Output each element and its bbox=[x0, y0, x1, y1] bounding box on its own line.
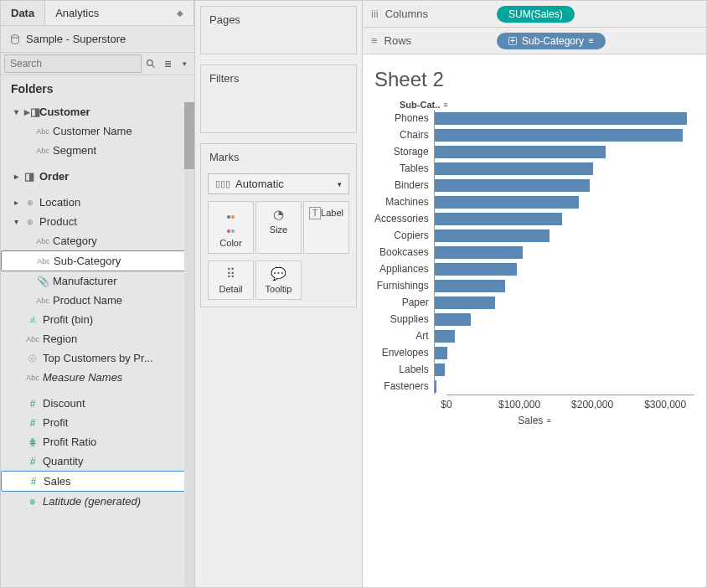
bar-row[interactable] bbox=[435, 260, 694, 277]
bar[interactable] bbox=[435, 297, 495, 309]
bar-row[interactable] bbox=[435, 344, 694, 361]
scrollbar[interactable] bbox=[184, 102, 194, 587]
field-profit-bin[interactable]: .ıl.Profit (bin) bbox=[1, 310, 194, 329]
bar-row[interactable] bbox=[435, 378, 694, 395]
y-tick-label: Storage bbox=[374, 143, 429, 160]
field-product[interactable]: ▾ ⊕ Product bbox=[1, 212, 194, 231]
field-quantity[interactable]: #Quantity bbox=[1, 451, 194, 471]
bar-row[interactable] bbox=[435, 193, 694, 210]
bar-row[interactable] bbox=[435, 244, 694, 260]
bar[interactable] bbox=[435, 330, 456, 343]
y-tick-label: Copiers bbox=[374, 227, 429, 244]
field-category[interactable]: AbcCategory bbox=[1, 231, 194, 250]
field-profit-ratio[interactable]: ⋕Profit Ratio bbox=[1, 432, 194, 451]
rows-shelf[interactable]: ≡ Rows + Sub-Category ≡ bbox=[363, 28, 706, 54]
x-tick-label: $300,000 bbox=[644, 399, 686, 410]
bar-row[interactable] bbox=[435, 328, 694, 344]
color-icon bbox=[210, 207, 251, 235]
field-top-customers[interactable]: ⦾Top Customers by Pr... bbox=[1, 348, 194, 368]
field-manufacturer[interactable]: 📎Manufacturer bbox=[1, 271, 194, 291]
field-latitude[interactable]: ⊕Latitude (generated) bbox=[1, 492, 194, 511]
field-segment[interactable]: AbcSegment bbox=[1, 141, 194, 160]
bar[interactable] bbox=[435, 129, 684, 142]
svg-line-2 bbox=[152, 64, 155, 67]
bar-row[interactable] bbox=[435, 227, 694, 244]
bar[interactable] bbox=[435, 280, 505, 292]
y-tick-label: Envelopes bbox=[374, 344, 429, 361]
field-sales[interactable]: #Sales bbox=[1, 471, 194, 492]
y-tick-label: Phones bbox=[374, 110, 429, 126]
bar[interactable] bbox=[435, 246, 523, 259]
bar-row[interactable] bbox=[435, 277, 694, 294]
marks-tooltip[interactable]: 💬Tooltip bbox=[255, 260, 302, 300]
marks-detail[interactable]: ⠿Detail bbox=[208, 260, 254, 300]
datasource-icon bbox=[9, 34, 21, 45]
y-tick-label: Chairs bbox=[374, 126, 429, 143]
pages-shelf[interactable]: Pages bbox=[200, 6, 357, 54]
y-tick-label: Art bbox=[374, 328, 429, 344]
bar[interactable] bbox=[435, 213, 562, 225]
x-axis-title[interactable]: Sales ≡ bbox=[374, 415, 694, 426]
filters-shelf[interactable]: Filters bbox=[200, 64, 357, 133]
field-measure-names[interactable]: AbcMeasure Names bbox=[1, 368, 194, 387]
bar[interactable] bbox=[435, 380, 437, 393]
marks-type-dropdown[interactable]: ▯▯▯ Automatic ▾ bbox=[208, 173, 349, 194]
search-icon[interactable] bbox=[145, 56, 158, 71]
bar-row[interactable] bbox=[435, 311, 694, 328]
rows-icon: ≡ bbox=[371, 34, 378, 47]
bar-row[interactable] bbox=[435, 126, 694, 143]
dropdown-icon[interactable]: ▼ bbox=[178, 56, 191, 71]
y-tick-label: Fasteners bbox=[374, 378, 429, 395]
y-tick-label: Appliances bbox=[374, 260, 429, 277]
field-customer-name[interactable]: AbcCustomer Name bbox=[1, 121, 194, 141]
bar[interactable] bbox=[435, 313, 471, 326]
search-input[interactable] bbox=[4, 54, 142, 73]
bar-row[interactable] bbox=[435, 210, 694, 227]
field-profit[interactable]: #Profit bbox=[1, 413, 194, 432]
bar[interactable] bbox=[435, 364, 445, 376]
tab-analytics[interactable]: Analytics ◆ bbox=[45, 1, 194, 25]
bar-row[interactable] bbox=[435, 160, 694, 177]
columns-label: Columns bbox=[385, 8, 428, 20]
bar[interactable] bbox=[435, 146, 606, 158]
columns-pill-sales[interactable]: SUM(Sales) bbox=[497, 6, 575, 23]
bars-area[interactable] bbox=[434, 110, 694, 395]
folder-customer[interactable]: ▾ ▸◨ Customer bbox=[1, 102, 194, 121]
chevron-down-icon: ▾ bbox=[338, 180, 342, 188]
tab-data[interactable]: Data bbox=[1, 1, 45, 25]
expand-icon: + bbox=[508, 37, 517, 45]
sheet-title[interactable]: Sheet 2 bbox=[374, 68, 694, 91]
bar-row[interactable] bbox=[435, 177, 694, 193]
bar[interactable] bbox=[435, 112, 687, 125]
bar[interactable] bbox=[435, 196, 579, 209]
bar-row[interactable] bbox=[435, 143, 694, 160]
field-product-name[interactable]: AbcProduct Name bbox=[1, 291, 194, 310]
folders-header: Folders bbox=[1, 75, 194, 102]
chevron-right-icon: ▸ bbox=[11, 172, 21, 181]
bar[interactable] bbox=[435, 230, 550, 242]
folder-order[interactable]: ▸ ◨ Order bbox=[1, 167, 194, 186]
field-discount[interactable]: #Discount bbox=[1, 394, 194, 413]
bar-row[interactable] bbox=[435, 294, 694, 311]
field-location[interactable]: ▸ ⊕ Location bbox=[1, 193, 194, 212]
bar-row[interactable] bbox=[435, 110, 694, 126]
datasource-row[interactable]: Sample - Superstore bbox=[1, 26, 194, 53]
columns-shelf[interactable]: iii Columns SUM(Sales) bbox=[363, 1, 706, 28]
rows-pill-subcategory[interactable]: + Sub-Category ≡ bbox=[497, 33, 606, 49]
bar[interactable] bbox=[435, 347, 448, 359]
marks-title: Marks bbox=[201, 144, 356, 170]
y-tick-label: Furnishings bbox=[374, 277, 429, 294]
field-sub-category[interactable]: AbcSub-Category bbox=[1, 250, 194, 271]
marks-label[interactable]: TLabel bbox=[303, 201, 349, 254]
field-region[interactable]: AbcRegion bbox=[1, 329, 194, 348]
bar-row[interactable] bbox=[435, 361, 694, 378]
data-pane: Data Analytics ◆ Sample - Superstore ≣ ▼… bbox=[1, 1, 195, 587]
bar[interactable] bbox=[435, 179, 590, 192]
view-mode-icon[interactable]: ≣ bbox=[162, 56, 175, 71]
svg-point-1 bbox=[147, 59, 153, 65]
marks-color[interactable]: Color bbox=[208, 201, 254, 254]
bar[interactable] bbox=[435, 263, 518, 276]
y-axis-header[interactable]: Sub-Cat.. ≡ bbox=[374, 100, 694, 110]
bar[interactable] bbox=[435, 162, 593, 175]
marks-size[interactable]: ◔Size bbox=[255, 201, 302, 254]
